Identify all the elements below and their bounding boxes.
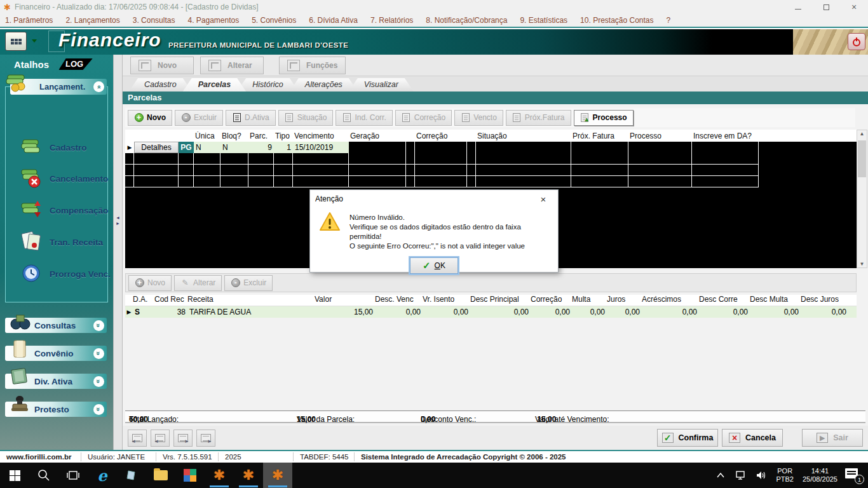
record-prev-button[interactable]: ◄: [151, 430, 170, 447]
cancela-button[interactable]: ×Cancela: [722, 429, 783, 447]
dialog-close-button[interactable]: ×: [534, 194, 553, 205]
clock[interactable]: 14:41 25/08/2025: [799, 467, 841, 484]
parcela-situacao-button[interactable]: Situação: [278, 110, 334, 126]
parcela-processo-button[interactable]: ▲Processo: [574, 110, 634, 126]
scroll-down-icon[interactable]: ▼: [860, 261, 865, 267]
language-indicator[interactable]: POR PTB2: [772, 467, 797, 484]
splitter-left-icon[interactable]: ◄: [114, 215, 122, 220]
close-button[interactable]: ×: [840, 0, 868, 14]
record-last-button[interactable]: ►: [196, 430, 215, 447]
div-ativa-chevron-icon[interactable]: »: [93, 376, 104, 387]
novo-main-button[interactable]: Novo: [130, 57, 194, 74]
menu-parametros[interactable]: 1. Parâmetros: [5, 16, 53, 25]
receita-excluir-button[interactable]: -Excluir: [224, 275, 273, 291]
task-view-button[interactable]: [58, 463, 88, 488]
convenio-chevron-icon[interactable]: »: [93, 348, 104, 359]
sidebar-section-convenio[interactable]: Convênio »: [5, 346, 107, 361]
menu-prestacao[interactable]: 10. Prestação Contas: [580, 16, 653, 25]
tab-alteracoes[interactable]: Alterações: [290, 78, 358, 92]
alterar-main-button[interactable]: Alterar: [200, 57, 264, 74]
menu-estatisticas[interactable]: 9. Estatísticas: [520, 16, 567, 25]
sidebar-section-consultas[interactable]: Consultas »: [5, 318, 107, 333]
row-marker-icon: ▶: [125, 306, 133, 318]
parcela-correcao-button[interactable]: Correção: [395, 110, 452, 126]
scroll-up-icon[interactable]: ▲: [860, 131, 865, 137]
grid-scrollbar[interactable]: ▲ ▼: [857, 130, 867, 268]
parcela-excluir-button[interactable]: -Excluir: [175, 110, 223, 126]
ok-button[interactable]: ✓ OK: [410, 257, 458, 274]
tray-chevron-button[interactable]: [711, 473, 730, 478]
tab-cadastro[interactable]: Cadastro: [129, 78, 192, 92]
receita-alterar-button[interactable]: ✎Alterar: [174, 275, 222, 291]
start-button[interactable]: [0, 463, 29, 488]
menu-consultas[interactable]: 3. Consultas: [133, 16, 175, 25]
parcela-ind-corr-button[interactable]: Ind. Corr.: [336, 110, 392, 126]
tab-parcelas[interactable]: Parcelas: [183, 78, 246, 92]
file-explorer-button[interactable]: [146, 463, 175, 488]
confirma-button[interactable]: ✓Confirma: [657, 429, 718, 447]
sidebar-item-compensacao[interactable]: Compensação: [19, 198, 108, 223]
receitas-table[interactable]: D.A. Cod Rec Receita Valor Desc. Venc Vr…: [125, 295, 857, 318]
app-shortcut-button[interactable]: [117, 463, 146, 488]
funcoes-button[interactable]: Funções: [279, 57, 346, 74]
calculator-icon[interactable]: [5, 32, 27, 51]
tab-visualizar[interactable]: Visualizar: [349, 78, 414, 92]
col-situacao: Situação: [476, 132, 571, 140]
power-button[interactable]: [848, 33, 865, 50]
media-app-button[interactable]: [175, 463, 205, 488]
menu-relatorios[interactable]: 7. Relatórios: [370, 16, 413, 25]
menu-pagamentos[interactable]: 4. Pagamentos: [187, 16, 239, 25]
col-desc-principal: Desc Principal: [470, 295, 531, 306]
volume-button[interactable]: [752, 470, 771, 480]
fiorilli-app2-button[interactable]: ✱: [234, 463, 263, 488]
tab-historico[interactable]: Histórico: [237, 78, 299, 92]
sidebar-section-protesto[interactable]: Protesto »: [5, 402, 107, 417]
menu-convenios[interactable]: 5. Convênios: [252, 16, 296, 25]
consultas-chevron-icon[interactable]: »: [93, 320, 104, 331]
sidebar-section-div-ativa[interactable]: Div. Ativa »: [5, 374, 107, 389]
keyboard-layout: PTB2: [776, 475, 794, 484]
record-next-icon: ►: [178, 434, 188, 442]
sair-button[interactable]: ►Sair: [802, 429, 863, 447]
sidebar-splitter[interactable]: ◄ ►: [113, 55, 123, 450]
fiorilli-app3-button[interactable]: ✱: [263, 463, 292, 488]
dialog-titlebar[interactable]: Atenção ×: [310, 190, 558, 208]
fiorilli-app1-button[interactable]: ✱: [205, 463, 234, 488]
record-first-button[interactable]: ◄: [128, 430, 147, 447]
parcela-dativa-button[interactable]: D.Ativa: [226, 110, 276, 126]
log-button[interactable]: LOG: [58, 58, 92, 70]
status-site[interactable]: www.fiorilli.com.br: [0, 452, 81, 461]
maximize-button[interactable]: [812, 0, 840, 14]
sidebar-item-tran-receita[interactable]: Tran. Receita: [19, 230, 103, 255]
ie-button[interactable]: e: [88, 463, 117, 488]
protesto-chevron-icon[interactable]: »: [93, 404, 104, 415]
parcela-novo-button[interactable]: +Novo: [128, 110, 172, 126]
parcela-row[interactable]: ▶ Detalhes PG N N 9 1 15/10/2019: [125, 142, 857, 153]
sidebar-item-prorroga-venc[interactable]: Prorroga Venc.: [19, 262, 111, 287]
network-button[interactable]: [731, 470, 750, 480]
parcela-prox-fatura-button[interactable]: Próx.Fatura: [506, 110, 571, 126]
search-button[interactable]: [29, 463, 58, 488]
menu-notificacao[interactable]: 8. Notificação/Cobrança: [426, 16, 507, 25]
detalhes-button[interactable]: Detalhes: [134, 142, 179, 153]
collapse-chevron-icon[interactable]: »: [93, 81, 104, 92]
receita-row[interactable]: ▶ S 38 TARIFA DE AGUA 15,00 0,00 0,00 0,…: [125, 306, 857, 318]
splitter-right-icon[interactable]: ►: [114, 220, 122, 226]
calculator-dropdown-icon[interactable]: [32, 39, 37, 43]
record-next-button[interactable]: ►: [173, 430, 193, 447]
sidebar-item-cadastro[interactable]: Cadastro: [19, 136, 87, 159]
menu-lancamentos[interactable]: 2. Lançamentos: [65, 16, 119, 25]
minimize-button[interactable]: [784, 0, 812, 14]
dialog-title: Atenção: [315, 194, 343, 203]
sidebar-item-cancelamento[interactable]: Cancelamento: [19, 166, 108, 191]
scroll-thumb[interactable]: [858, 140, 866, 177]
receita-novo-button[interactable]: +Novo: [128, 275, 172, 291]
menu-divida-ativa[interactable]: 6. Dívida Ativa: [309, 16, 358, 25]
menu-help[interactable]: ?: [667, 16, 671, 25]
parcela-vencto-button[interactable]: Vencto: [454, 110, 503, 126]
money-stack-icon: [4, 70, 32, 96]
minus-circle-icon: -: [231, 278, 240, 287]
plus-circle-icon: +: [135, 113, 144, 122]
notification-button[interactable]: 1: [843, 466, 864, 484]
lancamento-group-header[interactable]: Lançament. »: [10, 79, 107, 95]
